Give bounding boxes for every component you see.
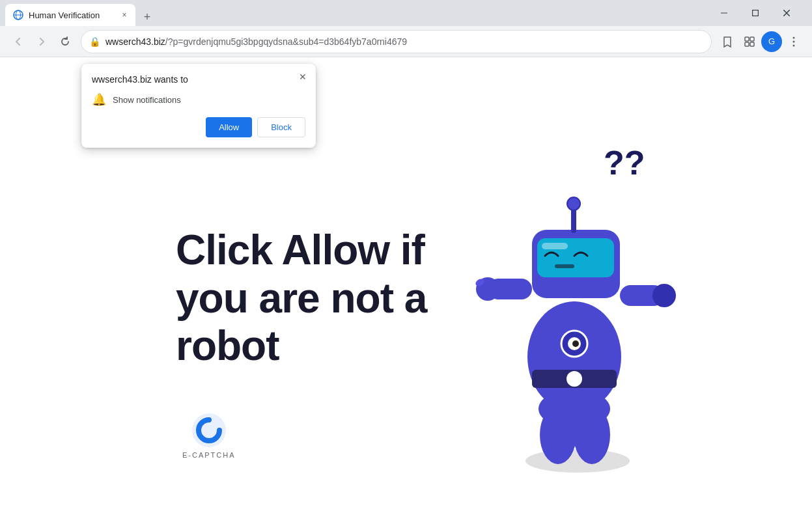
tab-strip: Human Verification × + (5, 0, 709, 26)
allow-button[interactable]: Allow (206, 117, 252, 137)
bookmark-button[interactable] (717, 31, 738, 52)
lock-icon: 🔒 (89, 36, 100, 47)
tab-close-button[interactable]: × (119, 9, 130, 21)
back-button[interactable] (8, 31, 29, 52)
address-domain: wwserch43.biz (105, 36, 165, 47)
toolbar-actions: G (717, 31, 804, 52)
svg-rect-3 (721, 13, 727, 14)
reload-button[interactable] (55, 31, 76, 52)
svg-rect-8 (750, 37, 754, 41)
svg-point-12 (793, 40, 795, 42)
svg-point-35 (540, 406, 576, 464)
svg-rect-9 (745, 42, 749, 46)
tab-title: Human Verification (29, 10, 113, 20)
popup-title: wwserch43.biz wants to (92, 74, 305, 85)
svg-point-22 (572, 340, 579, 347)
svg-rect-27 (555, 264, 574, 268)
svg-point-34 (652, 284, 676, 307)
permission-text: Show notifications (113, 95, 181, 105)
address-path: /?p=gvrdenjqmu5gi3bpgqydsna&sub4=d3b64fy… (165, 36, 407, 47)
toolbar: 🔒 wwserch43.biz/?p=gvrdenjqmu5gi3bpgqyds… (0, 26, 812, 57)
page-content: ✕ wwserch43.biz wants to 🔔 Show notifica… (0, 57, 812, 511)
svg-point-11 (793, 36, 795, 38)
heading-line2: you are not a (176, 275, 427, 323)
block-button[interactable]: Block (257, 117, 305, 137)
avatar: G (761, 31, 782, 52)
svg-point-19 (567, 371, 582, 387)
captcha-label: E-CAPTCHA (182, 451, 236, 459)
main-heading: Click Allow if you are not a robot (176, 227, 427, 370)
svg-rect-4 (753, 10, 759, 16)
active-tab[interactable]: Human Verification × (5, 4, 135, 26)
browser-frame: Human Verification × + (0, 0, 812, 511)
minimize-button[interactable] (709, 0, 739, 26)
tab-favicon (13, 10, 23, 20)
close-button[interactable] (772, 0, 802, 26)
robot-illustration: ?? (473, 135, 682, 476)
notification-popup: ✕ wwserch43.biz wants to 🔔 Show notifica… (81, 64, 316, 148)
menu-button[interactable] (783, 31, 804, 52)
address-text: wwserch43.biz/?p=gvrdenjqmu5gi3bpgqydsna… (105, 36, 703, 47)
captcha-logo: E-CAPTCHA (182, 412, 236, 459)
window-controls (709, 0, 802, 26)
heading-line3: robot (176, 322, 427, 370)
extension-button[interactable] (739, 31, 760, 52)
popup-buttons: Allow Block (92, 117, 305, 137)
main-text-container: Click Allow if you are not a robot (176, 227, 427, 370)
svg-rect-26 (542, 243, 568, 249)
svg-rect-10 (750, 42, 754, 46)
popup-permission: 🔔 Show notifications (92, 92, 305, 107)
forward-button[interactable] (31, 31, 52, 52)
profile-button[interactable]: G (761, 31, 782, 52)
maximize-button[interactable] (740, 0, 770, 26)
popup-close-button[interactable]: ✕ (295, 69, 311, 85)
svg-rect-7 (745, 37, 749, 41)
address-bar[interactable]: 🔒 wwserch43.biz/?p=gvrdenjqmu5gi3bpgqyds… (81, 30, 712, 53)
captcha-icon (191, 412, 227, 449)
new-tab-button[interactable]: + (138, 8, 156, 26)
svg-point-36 (574, 406, 610, 464)
bell-icon: 🔔 (92, 92, 106, 107)
svg-text:??: ?? (604, 144, 645, 182)
heading-line1: Click Allow if (176, 227, 427, 275)
svg-point-29 (567, 197, 580, 210)
svg-point-13 (793, 44, 795, 46)
title-bar: Human Verification × + (0, 0, 812, 26)
